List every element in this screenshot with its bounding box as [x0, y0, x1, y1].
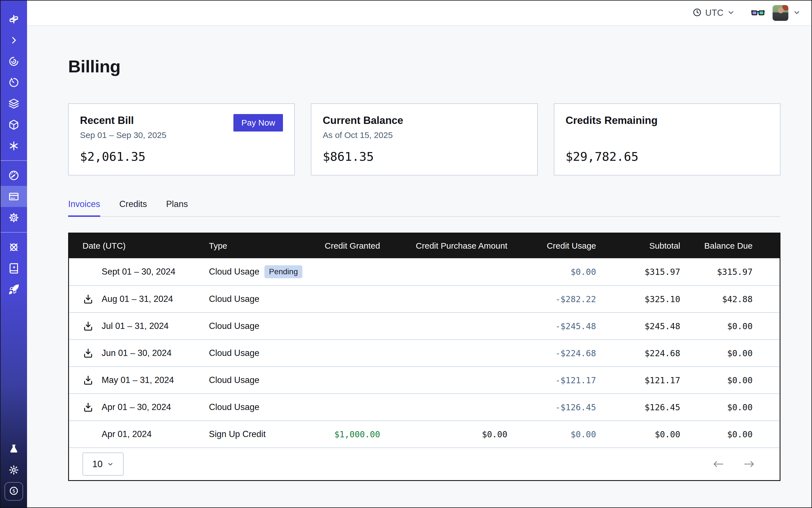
download-invoice-button[interactable]: [83, 321, 95, 332]
tab-invoices[interactable]: Invoices: [68, 199, 100, 217]
arrow-right-icon: [743, 460, 756, 468]
main-content: Billing Recent Bill Sep 01 – Sep 30, 202…: [27, 26, 811, 507]
table-row: Aug 01 – 31, 2024Cloud Usage-$282.22$325…: [69, 285, 780, 312]
download-invoice-button[interactable]: [83, 293, 95, 305]
subtotal-value: $224.68: [596, 340, 680, 366]
layers-icon: [8, 98, 19, 109]
rocket-icon: [8, 284, 19, 295]
balance-due-value: $315.97: [680, 258, 780, 285]
invoice-date-cell: Apr 01 – 30, 2024: [69, 394, 209, 420]
book-sparkle-icon: [8, 263, 19, 274]
tab-plans[interactable]: Plans: [166, 199, 188, 217]
card-subtitle: [566, 130, 769, 140]
page-size-select[interactable]: 10: [83, 453, 124, 476]
invoice-type: Cloud Usage: [209, 375, 259, 385]
flask-icon: [8, 443, 19, 454]
sidebar-item-history[interactable]: [1, 72, 27, 93]
sidebar-item-packages[interactable]: [1, 114, 27, 135]
sidebar-item-getting-started[interactable]: [1, 279, 27, 300]
invoice-type-cell: Cloud Usage: [209, 394, 293, 420]
page-title: Billing: [68, 56, 811, 76]
invoice-type: Cloud Usage: [209, 402, 259, 412]
next-page-button[interactable]: [743, 460, 756, 468]
sidebar-item-collapse[interactable]: [1, 30, 27, 51]
invoice-type-cell: Cloud Usage: [209, 367, 293, 393]
balance-due-value: $42.88: [680, 286, 780, 312]
recent-bill-card: Recent Bill Sep 01 – Sep 30, 2025 $2,061…: [68, 103, 295, 175]
sidebar-item-observe[interactable]: [1, 51, 27, 72]
sidebar: $: [1, 1, 27, 507]
download-invoice-button[interactable]: [83, 375, 95, 386]
app-logo[interactable]: [1, 8, 27, 30]
invoice-type: Cloud Usage: [209, 348, 259, 358]
col-subtotal: Subtotal: [596, 234, 680, 258]
invoice-type-cell: Cloud UsagePending: [209, 258, 293, 285]
table-body: Sept 01 – 30, 2024Cloud UsagePending$0.0…: [69, 258, 780, 448]
sidebar-item-usage-dashboard[interactable]: [1, 165, 27, 186]
invoice-date-cell: Aug 01 – 31, 2024: [69, 286, 209, 312]
sidebar-item-theme-toggle[interactable]: [8, 459, 19, 480]
balance-due-value: $0.00: [680, 421, 780, 448]
timezone-selector[interactable]: UTC: [692, 8, 735, 18]
clock-icon: [692, 8, 702, 18]
credits-remaining-card: Credits Remaining $29,782.65: [554, 103, 780, 175]
table-row: Jul 01 – 31, 2024Cloud Usage-$245.48$245…: [69, 312, 780, 339]
download-icon: [83, 293, 94, 305]
sidebar-item-billing[interactable]: [1, 186, 27, 207]
credit-purchase-value: [380, 394, 507, 420]
speedometer-icon: [8, 170, 19, 181]
invoice-period: Apr 01, 2024: [102, 429, 152, 439]
invoice-type-cell: Cloud Usage: [209, 340, 293, 366]
billing-card-icon: [8, 191, 19, 202]
glasses-icon[interactable]: [751, 9, 765, 17]
sidebar-item-helm[interactable]: [1, 237, 27, 258]
sidebar-divider: [1, 232, 27, 232]
sidebar-item-settings[interactable]: [1, 207, 27, 228]
invoice-date-cell: May 01 – 31, 2024: [69, 367, 209, 393]
credits-remaining-amount: $29,782.65: [566, 150, 769, 164]
user-avatar[interactable]: [773, 5, 788, 21]
subtotal-value: $315.97: [596, 258, 680, 285]
sidebar-item-functions[interactable]: [1, 135, 27, 156]
invoice-type-cell: Cloud Usage: [209, 286, 293, 312]
credits-badge-button[interactable]: $: [4, 482, 23, 501]
tab-credits[interactable]: Credits: [119, 199, 147, 217]
current-balance-amount: $861.35: [323, 150, 526, 164]
asterisk-icon: [8, 140, 19, 151]
sidebar-item-labs[interactable]: [8, 438, 19, 459]
col-credit-granted: Credit Granted: [293, 234, 380, 258]
chevron-down-icon[interactable]: [793, 8, 801, 17]
credit-granted-value: [293, 258, 380, 285]
current-balance-card: Current Balance As of Oct 15, 2025 $861.…: [311, 103, 538, 175]
card-subtitle: Sep 01 – Sep 30, 2025: [80, 130, 283, 140]
card-subtitle: As of Oct 15, 2025: [323, 130, 526, 140]
table-row: Jun 01 – 30, 2024Cloud Usage-$224.68$224…: [69, 339, 780, 366]
credit-purchase-value: [380, 340, 507, 366]
svg-text:$: $: [12, 488, 15, 494]
credit-granted-value: [293, 286, 380, 312]
invoice-period: Apr 01 – 30, 2024: [102, 402, 171, 412]
logo-plus-orbit-icon: [8, 13, 20, 25]
card-title: Current Balance: [323, 115, 526, 126]
credit-usage-value: -$282.22: [507, 286, 596, 312]
card-title: Credits Remaining: [566, 115, 769, 126]
sun-icon: [8, 464, 19, 476]
credit-granted-value: [293, 394, 380, 420]
credit-granted-value: [293, 367, 380, 393]
credit-granted-value: [293, 340, 380, 366]
download-invoice-button[interactable]: [83, 347, 95, 359]
cube-icon: [8, 119, 19, 130]
pay-now-button[interactable]: Pay Now: [233, 114, 283, 131]
table-header: Date (UTC) Type Credit Granted Credit Pu…: [69, 234, 780, 258]
credit-purchase-value: [380, 258, 507, 285]
download-invoice-button[interactable]: [83, 401, 95, 413]
balance-due-value: $0.00: [680, 313, 780, 339]
sidebar-item-layers[interactable]: [1, 93, 27, 114]
previous-page-button[interactable]: [712, 460, 724, 468]
col-credit-purchase-amount: Credit Purchase Amount: [380, 234, 507, 258]
recent-bill-amount: $2,061.35: [80, 150, 283, 164]
table-row: Sept 01 – 30, 2024Cloud UsagePending$0.0…: [69, 258, 780, 285]
sidebar-item-docs[interactable]: [1, 258, 27, 279]
download-icon: [83, 401, 94, 413]
subtotal-value: $126.45: [596, 394, 680, 420]
